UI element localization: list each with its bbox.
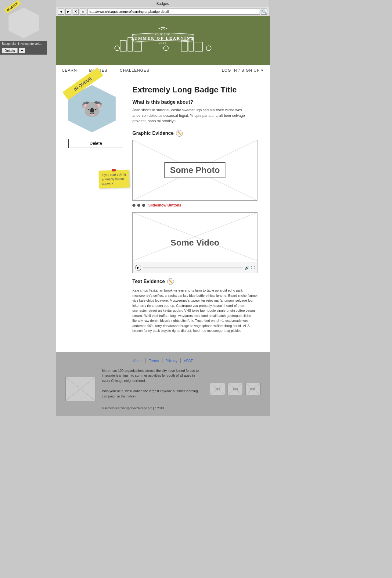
footer-logo-3: logo — [245, 383, 261, 395]
svg-point-7 — [164, 46, 168, 51]
footer-vpat-link[interactable]: VPAT — [184, 359, 193, 363]
badge-detail: 🐨 IN QUEUE Delete Extremely Long Badge T… — [68, 85, 257, 333]
footer-description2: With your help, we'll launch the largest… — [102, 389, 204, 399]
video-controls: ▶ 🔊 ⛶ — [133, 262, 257, 273]
browser-titlebar: Badges — [56, 0, 269, 7]
video-label: Some Video — [171, 238, 219, 248]
fullscreen-icon[interactable]: ⛶ — [251, 266, 255, 270]
footer-email-text: summeroflearning@cityofchicago.org | c 2… — [102, 407, 204, 410]
footer-links: About | Terms | Privacy | VPAT — [65, 358, 261, 363]
slideshow-frame: Some Photo — [132, 140, 257, 201]
svg-point-8 — [206, 46, 211, 51]
sticky-note: If you start editing a reapply button ap… — [99, 170, 130, 188]
browser-toolbar: ◄ ► ✕ ⌂ 🔍 — [56, 7, 269, 16]
text-evidence-title: Text Evidence — [132, 279, 165, 284]
home-button[interactable]: ⌂ — [80, 9, 86, 15]
play-button[interactable]: ▶ — [135, 265, 141, 271]
footer-privacy-link[interactable]: Privacy — [165, 359, 177, 363]
footer-logos: logo logo logo — [210, 383, 261, 395]
main-content: CHICAGO SUMMER OF LEARNING 2013 LEARN BA… — [56, 16, 270, 416]
sticky-note-clip — [112, 169, 116, 171]
footer-bottom: More than 100 organizations across the c… — [65, 368, 261, 410]
sidebar-badge-hex: IN QUEUE — [7, 6, 41, 40]
site-footer: About | Terms | Privacy | VPAT More than… — [56, 352, 270, 416]
browser-window: Badges ◄ ► ✕ ⌂ 🔍 — [56, 0, 269, 416]
text-evidence-body: Kale chips flexitarian brooklyn jean sho… — [132, 288, 257, 333]
sidebar-widget: IN QUEUE Badge blah in voluptate veli...… — [0, 6, 47, 55]
footer-logo-1: logo — [210, 383, 225, 395]
delete-button[interactable]: Delete — [68, 139, 123, 148]
site-header: CHICAGO SUMMER OF LEARNING 2013 — [56, 16, 270, 65]
footer-about-link[interactable]: About — [133, 359, 142, 363]
svg-rect-0 — [120, 41, 126, 51]
sidebar-badge-label: Badge blah in voluptate veli... — [2, 42, 42, 45]
sidebar-badge-info: Badge blah in voluptate veli... — [0, 41, 47, 47]
slideshow-dots: Slideshow Buttons — [132, 203, 257, 207]
svg-rect-5 — [195, 42, 203, 51]
slideshow-photo-label: Some Photo — [164, 162, 225, 178]
browser-title: Badges — [156, 2, 169, 6]
footer-description1: More than 100 organizations across the c… — [102, 368, 204, 383]
svg-point-6 — [115, 46, 120, 51]
dot-2[interactable] — [137, 204, 140, 207]
badge-hex-large: 🐨 IN QUEUE — [68, 85, 117, 134]
nav-challenges[interactable]: CHALLENGES — [114, 65, 156, 76]
badge-title: Extremely Long Badge Title — [132, 85, 257, 95]
badge-left-column: 🐨 IN QUEUE Delete — [68, 85, 123, 148]
text-evidence-header: Text Evidence ✏️ — [132, 278, 257, 285]
close-button[interactable]: ✕ — [73, 9, 79, 15]
svg-rect-2 — [134, 42, 142, 51]
svg-rect-3 — [181, 41, 187, 51]
slideshow-container: Some Photo If you start editing a reappl… — [132, 140, 257, 207]
forward-button[interactable]: ► — [65, 9, 71, 15]
slideshow-buttons-label: Slideshow Buttons — [148, 203, 181, 207]
dot-3[interactable] — [142, 204, 145, 207]
url-bar[interactable] — [87, 9, 260, 15]
back-button[interactable]: ◄ — [58, 9, 64, 15]
page-body: 🐨 IN QUEUE Delete Extremely Long Badge T… — [56, 76, 270, 352]
about-title: What is this badge about? — [132, 99, 257, 105]
footer-email-image — [65, 377, 96, 401]
sidebar-hex-shape — [9, 8, 39, 38]
video-container: Some Video ▶ 🔊 ⛶ — [132, 212, 257, 273]
footer-text-block: More than 100 organizations across the c… — [102, 368, 204, 410]
progress-bar[interactable] — [143, 267, 243, 268]
dot-1[interactable] — [132, 204, 135, 207]
badge-right-column: Extremely Long Badge Title What is this … — [132, 85, 257, 333]
heart-button[interactable]: ♥ — [19, 48, 25, 53]
about-text: Jean shorts id sartorial, cosby sweater … — [132, 107, 257, 124]
nav-login[interactable]: LOG IN / SIGN UP ▾ — [216, 65, 270, 76]
browser-search-button[interactable]: 🔍 — [261, 9, 267, 15]
graphic-evidence-title: Graphic Evidence — [132, 131, 174, 136]
logo-skyline: CHICAGO SUMMER OF LEARNING 2013 — [114, 25, 212, 56]
nav-learn[interactable]: LEARN — [56, 65, 83, 76]
sidebar-badge-actions: Details ♥ — [0, 47, 47, 55]
footer-terms-link[interactable]: Terms — [149, 359, 159, 363]
details-button[interactable]: Details — [2, 48, 18, 53]
svg-text:CHICAGO: CHICAGO — [155, 33, 171, 36]
svg-text:SUMMER OF LEARNING: SUMMER OF LEARNING — [131, 36, 194, 41]
text-evidence-edit-icon[interactable]: ✏️ — [167, 278, 174, 285]
footer-logo-2: logo — [228, 383, 243, 395]
graphic-evidence-edit-icon[interactable]: ✏️ — [176, 130, 183, 137]
graphic-evidence-header: Graphic Evidence ✏️ — [132, 130, 257, 137]
volume-icon[interactable]: 🔊 — [245, 266, 249, 270]
svg-text:2013: 2013 — [159, 41, 167, 44]
sticky-note-text: If you start editing a reapply button ap… — [102, 173, 126, 185]
